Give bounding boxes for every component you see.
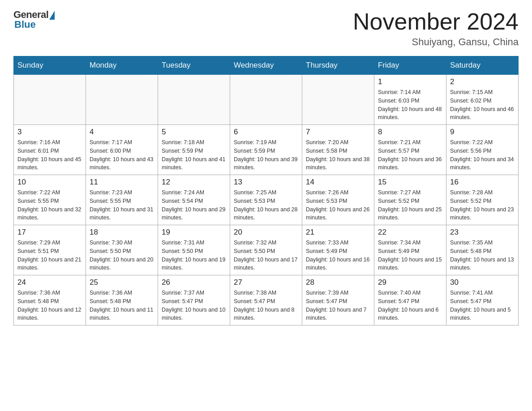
logo-triangle-icon [49,11,55,20]
day-number: 4 [90,128,154,137]
day-info: Sunrise: 7:33 AM Sunset: 5:49 PM Dayligh… [306,239,370,272]
day-number: 19 [162,228,226,237]
day-info: Sunrise: 7:30 AM Sunset: 5:50 PM Dayligh… [90,239,154,272]
day-number: 1 [378,77,442,86]
calendar-cell: 18Sunrise: 7:30 AM Sunset: 5:50 PM Dayli… [86,225,158,275]
weekday-header: Friday [374,56,446,75]
calendar-cell: 15Sunrise: 7:27 AM Sunset: 5:52 PM Dayli… [374,175,446,225]
calendar-cell: 11Sunrise: 7:23 AM Sunset: 5:55 PM Dayli… [86,175,158,225]
location: Shuiyang, Gansu, China [353,36,519,48]
month-title: November 2024 [353,9,519,34]
calendar-cell: 23Sunrise: 7:35 AM Sunset: 5:48 PM Dayli… [446,225,519,275]
calendar-cell: 14Sunrise: 7:26 AM Sunset: 5:53 PM Dayli… [302,175,374,225]
day-number: 27 [234,278,298,287]
day-info: Sunrise: 7:40 AM Sunset: 5:47 PM Dayligh… [378,289,442,322]
title-section: November 2024 Shuiyang, Gansu, China [353,9,519,48]
day-number: 28 [306,278,370,287]
day-info: Sunrise: 7:29 AM Sunset: 5:51 PM Dayligh… [17,239,82,272]
day-info: Sunrise: 7:28 AM Sunset: 5:52 PM Dayligh… [450,188,515,222]
day-number: 29 [378,278,442,287]
calendar-cell: 6Sunrise: 7:19 AM Sunset: 5:59 PM Daylig… [230,125,302,175]
calendar-cell: 9Sunrise: 7:22 AM Sunset: 5:56 PM Daylig… [446,125,519,175]
day-info: Sunrise: 7:17 AM Sunset: 6:00 PM Dayligh… [90,138,154,172]
calendar-week-row: 24Sunrise: 7:36 AM Sunset: 5:48 PM Dayli… [14,275,519,325]
day-info: Sunrise: 7:26 AM Sunset: 5:53 PM Dayligh… [306,188,370,222]
calendar-cell: 1Sunrise: 7:14 AM Sunset: 6:03 PM Daylig… [374,75,446,125]
day-info: Sunrise: 7:14 AM Sunset: 6:03 PM Dayligh… [378,88,442,122]
day-number: 3 [17,128,82,137]
calendar-week-row: 17Sunrise: 7:29 AM Sunset: 5:51 PM Dayli… [14,225,519,275]
day-info: Sunrise: 7:31 AM Sunset: 5:50 PM Dayligh… [162,239,226,272]
calendar-cell: 5Sunrise: 7:18 AM Sunset: 5:59 PM Daylig… [158,125,230,175]
weekday-header: Sunday [14,56,86,75]
day-info: Sunrise: 7:25 AM Sunset: 5:53 PM Dayligh… [234,188,298,222]
day-number: 8 [378,128,442,137]
calendar-cell: 17Sunrise: 7:29 AM Sunset: 5:51 PM Dayli… [14,225,86,275]
calendar-cell [302,75,374,125]
calendar-cell: 30Sunrise: 7:41 AM Sunset: 5:47 PM Dayli… [446,275,519,325]
day-info: Sunrise: 7:19 AM Sunset: 5:59 PM Dayligh… [234,138,298,172]
day-info: Sunrise: 7:22 AM Sunset: 5:55 PM Dayligh… [17,188,82,222]
day-number: 22 [378,228,442,237]
calendar-cell: 4Sunrise: 7:17 AM Sunset: 6:00 PM Daylig… [86,125,158,175]
day-info: Sunrise: 7:22 AM Sunset: 5:56 PM Dayligh… [450,138,515,172]
day-number: 18 [90,228,154,237]
day-info: Sunrise: 7:16 AM Sunset: 6:01 PM Dayligh… [17,138,82,172]
day-number: 9 [450,128,515,137]
calendar-cell: 13Sunrise: 7:25 AM Sunset: 5:53 PM Dayli… [230,175,302,225]
page-header: General Blue November 2024 Shuiyang, Gan… [13,9,519,48]
day-info: Sunrise: 7:18 AM Sunset: 5:59 PM Dayligh… [162,138,226,172]
logo: General Blue [13,9,55,30]
weekday-header: Saturday [446,56,519,75]
day-info: Sunrise: 7:38 AM Sunset: 5:47 PM Dayligh… [234,289,298,322]
calendar-cell [14,75,86,125]
weekday-header: Wednesday [230,56,302,75]
day-number: 24 [17,278,82,287]
day-info: Sunrise: 7:36 AM Sunset: 5:48 PM Dayligh… [90,289,154,322]
weekday-header: Monday [86,56,158,75]
calendar-cell: 21Sunrise: 7:33 AM Sunset: 5:49 PM Dayli… [302,225,374,275]
day-number: 20 [234,228,298,237]
day-info: Sunrise: 7:35 AM Sunset: 5:48 PM Dayligh… [450,239,515,272]
day-number: 5 [162,128,226,137]
weekday-header: Thursday [302,56,374,75]
calendar-week-row: 3Sunrise: 7:16 AM Sunset: 6:01 PM Daylig… [14,125,519,175]
day-info: Sunrise: 7:24 AM Sunset: 5:54 PM Dayligh… [162,188,226,222]
calendar-cell: 12Sunrise: 7:24 AM Sunset: 5:54 PM Dayli… [158,175,230,225]
calendar-week-row: 10Sunrise: 7:22 AM Sunset: 5:55 PM Dayli… [14,175,519,225]
day-number: 12 [162,178,226,187]
day-number: 14 [306,178,370,187]
day-info: Sunrise: 7:37 AM Sunset: 5:47 PM Dayligh… [162,289,226,322]
calendar-week-row: 1Sunrise: 7:14 AM Sunset: 6:03 PM Daylig… [14,75,519,125]
day-number: 13 [234,178,298,187]
calendar-cell: 20Sunrise: 7:32 AM Sunset: 5:50 PM Dayli… [230,225,302,275]
day-info: Sunrise: 7:39 AM Sunset: 5:47 PM Dayligh… [306,289,370,322]
day-number: 2 [450,77,515,86]
weekday-header: Tuesday [158,56,230,75]
day-info: Sunrise: 7:27 AM Sunset: 5:52 PM Dayligh… [378,188,442,222]
calendar-cell: 2Sunrise: 7:15 AM Sunset: 6:02 PM Daylig… [446,75,519,125]
calendar-cell: 24Sunrise: 7:36 AM Sunset: 5:48 PM Dayli… [14,275,86,325]
calendar-cell: 7Sunrise: 7:20 AM Sunset: 5:58 PM Daylig… [302,125,374,175]
day-number: 6 [234,128,298,137]
day-number: 16 [450,178,515,187]
day-number: 10 [17,178,82,187]
weekday-header-row: SundayMondayTuesdayWednesdayThursdayFrid… [14,56,519,75]
calendar-cell: 19Sunrise: 7:31 AM Sunset: 5:50 PM Dayli… [158,225,230,275]
day-info: Sunrise: 7:20 AM Sunset: 5:58 PM Dayligh… [306,138,370,172]
calendar-cell: 25Sunrise: 7:36 AM Sunset: 5:48 PM Dayli… [86,275,158,325]
calendar-cell: 22Sunrise: 7:34 AM Sunset: 5:49 PM Dayli… [374,225,446,275]
day-number: 11 [90,178,154,187]
day-number: 17 [17,228,82,237]
calendar-cell: 26Sunrise: 7:37 AM Sunset: 5:47 PM Dayli… [158,275,230,325]
calendar-table: SundayMondayTuesdayWednesdayThursdayFrid… [13,56,519,325]
day-info: Sunrise: 7:34 AM Sunset: 5:49 PM Dayligh… [378,239,442,272]
day-info: Sunrise: 7:32 AM Sunset: 5:50 PM Dayligh… [234,239,298,272]
calendar-cell [158,75,230,125]
calendar-cell: 10Sunrise: 7:22 AM Sunset: 5:55 PM Dayli… [14,175,86,225]
day-number: 21 [306,228,370,237]
day-number: 7 [306,128,370,137]
calendar-cell: 8Sunrise: 7:21 AM Sunset: 5:57 PM Daylig… [374,125,446,175]
day-info: Sunrise: 7:15 AM Sunset: 6:02 PM Dayligh… [450,88,515,122]
day-info: Sunrise: 7:36 AM Sunset: 5:48 PM Dayligh… [17,289,82,322]
